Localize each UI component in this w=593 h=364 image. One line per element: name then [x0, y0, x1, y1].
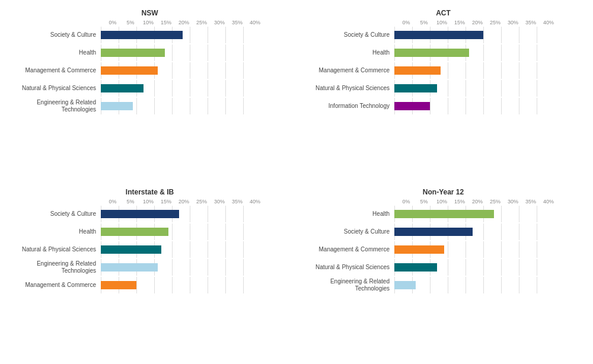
chart-row: Natural & Physical Sciences	[9, 80, 291, 97]
axis-label: 0%	[104, 199, 122, 205]
axis-label: 5%	[122, 199, 139, 205]
grid-line	[537, 223, 537, 240]
grid-line	[154, 80, 155, 97]
bar-label: Society & Culture	[9, 210, 101, 218]
grid-line	[172, 259, 173, 276]
grid-line	[537, 259, 537, 276]
grid-line	[172, 241, 173, 258]
chart-row: Natural & Physical Sciences	[9, 241, 291, 258]
axis-label: 40%	[246, 199, 264, 205]
bar-label: Society & Culture	[302, 31, 394, 39]
bar-area	[101, 277, 291, 293]
grid-line	[483, 44, 484, 61]
grid-line	[519, 98, 519, 114]
axis-label: 25%	[486, 20, 504, 25]
chart-body-nsw: Society & CultureHealthManagement & Comm…	[9, 27, 291, 114]
axis-label: 40%	[540, 20, 557, 25]
chart-title-act: ACT	[302, 9, 584, 17]
bar-label: Engineering & Related Technologies	[302, 278, 394, 292]
bar-area	[394, 98, 584, 114]
bar-rect	[101, 210, 179, 218]
grid-line	[172, 98, 173, 114]
bar-area	[394, 223, 584, 240]
chart-row: Engineering & Related Technologies	[9, 98, 291, 114]
grid-line	[190, 241, 190, 258]
bar-label: Information Technology	[302, 103, 394, 110]
axis-label: 40%	[246, 20, 264, 25]
grid-line	[225, 98, 226, 114]
axis-label: 20%	[175, 199, 193, 205]
grid-line	[208, 98, 208, 114]
bar-area	[394, 62, 584, 79]
grid-line	[208, 44, 208, 61]
grid-line	[172, 277, 173, 293]
grid-line	[501, 241, 502, 258]
grid-line	[466, 62, 466, 79]
chart-row: Information Technology	[302, 98, 584, 114]
bar-area	[394, 44, 584, 61]
chart-row: Society & Culture	[302, 27, 584, 43]
chart-row: Management & Commerce	[9, 62, 291, 79]
grid-line	[483, 223, 484, 240]
grid-line	[501, 259, 502, 276]
grid-line	[172, 223, 173, 240]
bar-label: Natural & Physical Sciences	[302, 264, 394, 271]
axis-label: 10%	[433, 20, 451, 25]
grid-line	[537, 62, 537, 79]
chart-body-interstate: Society & CultureHealthNatural & Physica…	[9, 206, 291, 293]
bar-area	[394, 206, 584, 222]
grid-line	[430, 98, 431, 114]
axis-label: 10%	[139, 199, 157, 205]
bar-label: Management & Commerce	[302, 246, 394, 253]
bar-area	[394, 80, 584, 97]
axis-labels: 0%5%10%15%20%25%30%35%40%	[397, 20, 584, 25]
grid-line	[483, 241, 484, 258]
grid-line	[466, 241, 466, 258]
chart-nonyear12: Non-Year 120%5%10%15%20%25%30%35%40%Heal…	[299, 185, 587, 358]
bar-label: Natural & Physical Sciences	[302, 85, 394, 92]
bar-area	[101, 98, 291, 114]
grid-line	[243, 206, 244, 222]
bar-rect	[101, 49, 165, 57]
grid-line	[466, 80, 466, 97]
grid-line	[483, 259, 484, 276]
bar-rect	[394, 263, 437, 272]
axis-label: 20%	[468, 199, 486, 205]
grid-line	[190, 62, 190, 79]
bar-label: Health	[9, 49, 101, 56]
chart-row: Management & Commerce	[9, 277, 291, 293]
grid-line	[243, 80, 244, 97]
grid-line	[537, 277, 537, 293]
chart-row: Natural & Physical Sciences	[302, 259, 584, 276]
bar-area	[101, 80, 291, 97]
grid-line	[243, 44, 244, 61]
bar-rect	[101, 228, 168, 236]
grid-line	[466, 259, 466, 276]
grid-line	[537, 44, 537, 61]
chart-title-nsw: NSW	[9, 9, 291, 17]
grid-line	[190, 277, 190, 293]
grid-line	[483, 80, 484, 97]
axis-label: 35%	[522, 20, 540, 25]
chart-row: Health	[302, 206, 584, 222]
grid-line	[225, 62, 226, 79]
grid-line	[501, 206, 502, 222]
bar-area	[394, 277, 584, 293]
grid-line	[537, 241, 537, 258]
grid-line	[448, 80, 448, 97]
grid-line	[519, 80, 519, 97]
grid-line	[519, 206, 519, 222]
chart-row: Health	[9, 44, 291, 61]
grid-line	[225, 27, 226, 43]
chart-row: Management & Commerce	[302, 62, 584, 79]
grid-line	[483, 277, 484, 293]
bar-label: Management & Commerce	[302, 67, 394, 74]
grid-line	[172, 62, 173, 79]
axis-label: 5%	[415, 199, 433, 205]
grid-line	[225, 259, 226, 276]
axis-label: 15%	[157, 199, 175, 205]
chart-row: Society & Culture	[9, 27, 291, 43]
bar-area	[394, 27, 584, 43]
grid-line	[519, 259, 519, 276]
axis-label: 5%	[415, 20, 433, 25]
